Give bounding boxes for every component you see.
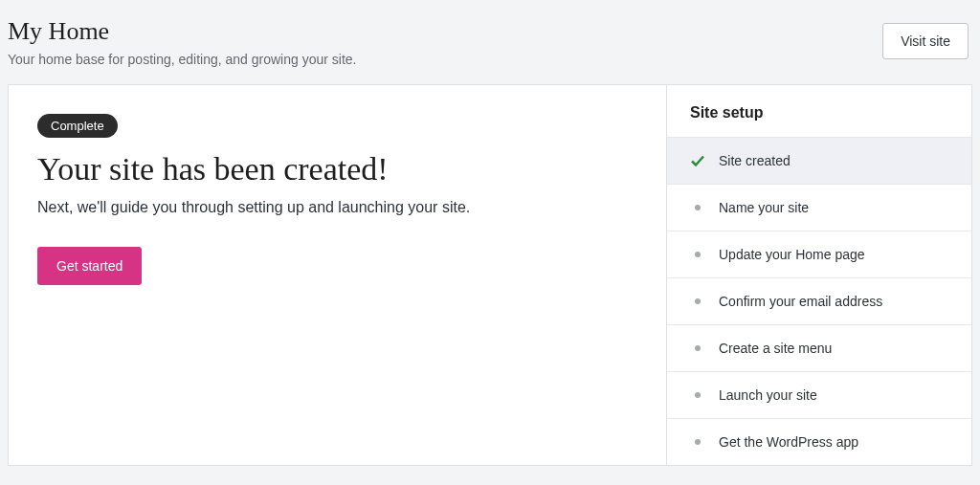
- page-header-text: My Home Your home base for posting, edit…: [8, 17, 357, 67]
- setup-step-label: Name your site: [719, 200, 809, 215]
- page-header: My Home Your home base for posting, edit…: [0, 0, 980, 84]
- check-icon: [690, 153, 705, 168]
- setup-step-0[interactable]: Site created: [667, 137, 971, 184]
- main-grid: Complete Your site has been created! Nex…: [0, 84, 980, 466]
- setup-step-label: Get the WordPress app: [719, 434, 858, 450]
- dot-icon: [690, 434, 705, 450]
- setup-card: Site setup Site createdName your siteUpd…: [666, 84, 972, 466]
- hero-title: Your site has been created!: [37, 151, 637, 187]
- hero-card: Complete Your site has been created! Nex…: [8, 84, 666, 466]
- setup-step-label: Launch your site: [719, 387, 817, 403]
- setup-step-4[interactable]: Create a site menu: [667, 324, 971, 371]
- setup-list: Site createdName your siteUpdate your Ho…: [667, 137, 971, 465]
- dot-icon: [690, 200, 705, 215]
- dot-icon: [690, 387, 705, 403]
- setup-step-2[interactable]: Update your Home page: [667, 231, 971, 277]
- setup-step-1[interactable]: Name your site: [667, 184, 971, 231]
- page-subtitle: Your home base for posting, editing, and…: [8, 52, 357, 67]
- setup-step-label: Site created: [719, 153, 791, 168]
- setup-step-label: Confirm your email address: [719, 294, 882, 309]
- get-started-button[interactable]: Get started: [37, 247, 142, 285]
- visit-site-button[interactable]: Visit site: [882, 23, 969, 59]
- setup-step-5[interactable]: Launch your site: [667, 371, 971, 418]
- hero-subtitle: Next, we'll guide you through setting up…: [37, 199, 637, 216]
- setup-step-6[interactable]: Get the WordPress app: [667, 418, 971, 465]
- setup-title: Site setup: [667, 85, 971, 137]
- setup-step-label: Create a site menu: [719, 341, 832, 356]
- page-title: My Home: [8, 17, 357, 46]
- dot-icon: [690, 247, 705, 262]
- setup-step-3[interactable]: Confirm your email address: [667, 277, 971, 324]
- status-badge: Complete: [37, 114, 118, 138]
- dot-icon: [690, 294, 705, 309]
- setup-step-label: Update your Home page: [719, 247, 865, 262]
- dot-icon: [690, 341, 705, 356]
